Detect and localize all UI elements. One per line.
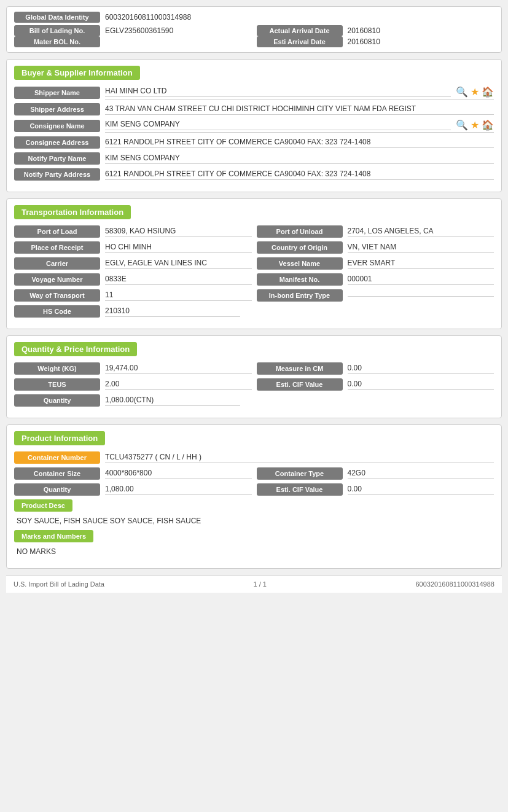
shipper-address-label: Shipper Address (14, 103, 100, 115)
port-of-unload-value: 2704, LOS ANGELES, CA (348, 227, 494, 237)
product-esti-cif-label: Esti. CIF Value (257, 483, 343, 496)
container-size-label: Container Size (14, 467, 100, 480)
teus-half: TEUS 2.00 (14, 378, 252, 391)
product-quantity-value: 1,080.00 (105, 485, 252, 495)
product-esti-cif-value: 0.00 (348, 485, 494, 495)
place-of-receipt-label: Place of Receipt (14, 241, 100, 254)
buyer-supplier-section: Buyer & Supplier Information Shipper Nam… (6, 59, 502, 192)
port-of-load-label: Port of Load (14, 225, 100, 238)
notify-party-address-row: Notify Party Address 6121 RANDOLPH STREE… (14, 168, 494, 181)
esti-arrival-date-half: Esti Arrival Date 20160810 (257, 36, 494, 47)
voyage-number-label: Voyage Number (14, 273, 100, 286)
container-size-half: Container Size 4000*806*800 (14, 467, 252, 480)
shipper-address-row: Shipper Address 43 TRAN VAN CHAM STREET … (14, 103, 494, 115)
marks-numbers-section: Marks and Numbers NO MARKS (14, 530, 494, 556)
shipper-name-row: Shipper Name HAI MINH CO LTD 🔍 ★ 🏠 (14, 86, 494, 100)
transportation-header: Transportation Information (14, 205, 131, 219)
carrier-half: Carrier EGLV, EAGLE VAN LINES INC (14, 257, 252, 270)
footer-left: U.S. Import Bill of Lading Data (14, 580, 104, 588)
transportation-section: Transportation Information Port of Load … (6, 198, 502, 329)
vessel-name-label: Vessel Name (257, 257, 343, 270)
product-esti-cif-half: Esti. CIF Value 0.00 (257, 483, 494, 496)
voyage-number-value: 0833E (105, 275, 252, 285)
esti-cif-value-value: 0.00 (348, 380, 494, 390)
container-size-type-row: Container Size 4000*806*800 Container Ty… (14, 467, 494, 480)
consignee-name-icons: 🔍 ★ 🏠 (456, 119, 494, 131)
product-desc-section: Product Desc SOY SAUCE, FISH SAUCE SOY S… (14, 499, 494, 525)
product-desc-label: Product Desc (14, 499, 72, 512)
port-of-load-half: Port of Load 58309, KAO HSIUNG (14, 225, 252, 238)
shipper-home-icon[interactable]: 🏠 (482, 86, 494, 98)
esti-cif-value-label: Esti. CIF Value (257, 378, 343, 391)
consignee-name-value-row: KIM SENG COMPANY 🔍 ★ 🏠 (105, 119, 494, 133)
notify-party-name-row: Notify Party Name KIM SENG COMPANY (14, 152, 494, 165)
product-quantity-half: Quantity 1,080.00 (14, 483, 252, 496)
carrier-vessel-row: Carrier EGLV, EAGLE VAN LINES INC Vessel… (14, 257, 494, 270)
product-information-header: Product Information (14, 431, 105, 445)
bill-arrival-row: Bill of Lading No. EGLV235600361590 Actu… (14, 25, 494, 36)
container-size-value: 4000*806*800 (105, 469, 252, 479)
esti-arrival-date-value: 20160810 (348, 37, 494, 46)
measure-in-cm-value: 0.00 (348, 364, 494, 374)
shipper-address-value: 43 TRAN VAN CHAM STREET CU CHI DISTRICT … (105, 104, 494, 115)
consignee-name-label: Consignee Name (14, 120, 100, 132)
global-data-identity-value: 600320160811000314988 (105, 13, 494, 21)
shipper-name-label: Shipper Name (14, 87, 100, 99)
way-of-transport-value: 11 (105, 291, 252, 301)
shipper-star-icon[interactable]: ★ (471, 86, 479, 98)
bill-of-lading-value: EGLV235600361590 (105, 26, 252, 35)
mater-esti-row: Mater BOL No. Esti Arrival Date 20160810 (14, 36, 494, 47)
container-type-label: Container Type (257, 467, 343, 480)
mater-bol-label: Mater BOL No. (14, 36, 100, 47)
way-inbond-row: Way of Transport 11 In-bond Entry Type (14, 289, 494, 302)
consignee-search-icon[interactable]: 🔍 (456, 119, 468, 131)
container-number-row: Container Number TCLU4375277 ( CN / L / … (14, 451, 494, 464)
teus-value: 2.00 (105, 380, 252, 390)
weight-kg-value: 19,474.00 (105, 364, 252, 374)
port-of-load-value: 58309, KAO HSIUNG (105, 227, 252, 237)
manifest-no-label: Manifest No. (257, 273, 343, 286)
esti-cif-half: Esti. CIF Value 0.00 (257, 378, 494, 391)
notify-party-address-label: Notify Party Address (14, 168, 100, 181)
receipt-origin-row: Place of Receipt HO CHI MINH Country of … (14, 241, 494, 254)
way-of-transport-label: Way of Transport (14, 289, 100, 302)
container-type-half: Container Type 42G0 (257, 467, 494, 480)
country-of-origin-value: VN, VIET NAM (348, 243, 494, 253)
marks-and-numbers-label: Marks and Numbers (14, 530, 93, 542)
port-of-unload-label: Port of Unload (257, 225, 343, 238)
country-of-origin-label: Country of Origin (257, 241, 343, 254)
consignee-home-icon[interactable]: 🏠 (482, 119, 494, 131)
consignee-address-label: Consignee Address (14, 136, 100, 149)
quantity-price-header: Quantity & Price Information (14, 342, 137, 356)
consignee-address-value: 6121 RANDOLPH STREET CITY OF COMMERCE CA… (105, 138, 494, 148)
carrier-label: Carrier (14, 257, 100, 270)
global-data-identity-row: Global Data Identity 6003201608110003149… (14, 12, 494, 23)
in-bond-entry-type-half: In-bond Entry Type (257, 289, 494, 302)
measure-cm-half: Measure in CM 0.00 (257, 362, 494, 375)
voyage-manifest-row: Voyage Number 0833E Manifest No. 000001 (14, 273, 494, 286)
notify-party-name-label: Notify Party Name (14, 152, 100, 165)
consignee-star-icon[interactable]: ★ (471, 119, 479, 131)
global-data-identity-label: Global Data Identity (14, 12, 100, 23)
place-of-receipt-value: HO CHI MINH (105, 243, 252, 253)
container-number-value: TCLU4375277 ( CN / L / HH ) (105, 453, 494, 463)
shipper-name-value-row: HAI MINH CO LTD 🔍 ★ 🏠 (105, 86, 494, 100)
consignee-address-row: Consignee Address 6121 RANDOLPH STREET C… (14, 136, 494, 149)
measure-in-cm-label: Measure in CM (257, 362, 343, 375)
port-of-unload-half: Port of Unload 2704, LOS ANGELES, CA (257, 225, 494, 238)
consignee-name-row: Consignee Name KIM SENG COMPANY 🔍 ★ 🏠 (14, 119, 494, 133)
vessel-name-half: Vessel Name EVER SMART (257, 257, 494, 270)
place-of-receipt-half: Place of Receipt HO CHI MINH (14, 241, 252, 254)
shipper-search-icon[interactable]: 🔍 (456, 86, 468, 98)
notify-party-name-value: KIM SENG COMPANY (105, 154, 494, 164)
marks-and-numbers-value: NO MARKS (14, 547, 494, 556)
hs-code-value: 210310 (105, 306, 240, 317)
footer-right: 600320160811000314988 (416, 580, 494, 588)
buyer-supplier-header: Buyer & Supplier Information (14, 66, 140, 80)
identity-block: Global Data Identity 6003201608110003149… (6, 6, 502, 53)
manifest-no-half: Manifest No. 000001 (257, 273, 494, 286)
teus-cif-row: TEUS 2.00 Esti. CIF Value 0.00 (14, 378, 494, 391)
footer: U.S. Import Bill of Lading Data 1 / 1 60… (6, 575, 502, 593)
product-quantity-label: Quantity (14, 483, 100, 496)
port-load-unload-row: Port of Load 58309, KAO HSIUNG Port of U… (14, 225, 494, 238)
